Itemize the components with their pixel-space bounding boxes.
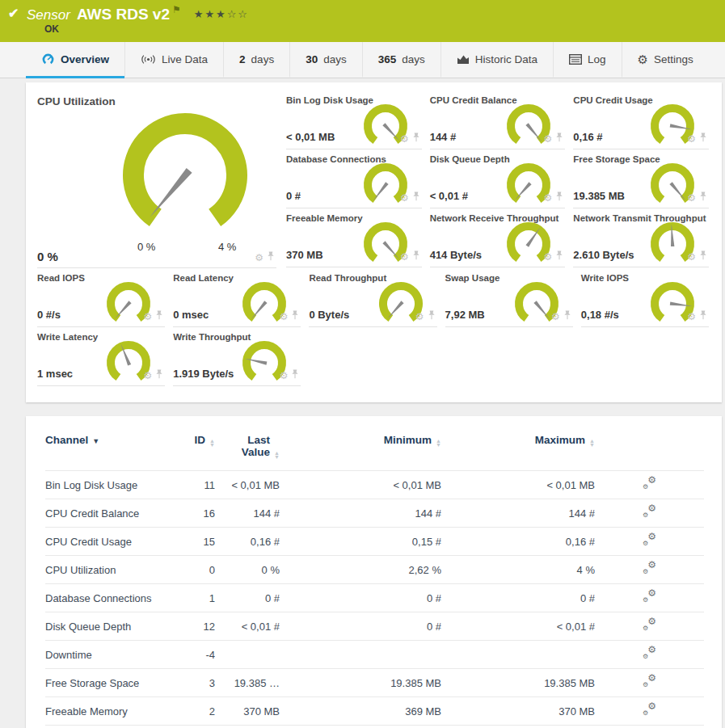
column-header-max[interactable]: Maximum▲▼	[441, 431, 595, 471]
cell-actions: ⚙⚙	[595, 556, 704, 584]
tab-overview[interactable]: Overview	[26, 42, 124, 78]
gauge-pin-button[interactable]	[563, 309, 571, 323]
gauge-pin-button[interactable]	[555, 249, 563, 263]
column-header-channel[interactable]: Channel▼	[45, 431, 171, 471]
cell-channel[interactable]: Network Receive Throu…	[45, 726, 171, 728]
gauge-settings-button[interactable]: ⚙	[280, 368, 289, 382]
gauge-pin-button[interactable]	[428, 309, 436, 323]
gauge-value: < 0,01 #	[430, 190, 468, 202]
cell-channel[interactable]: Free Storage Space	[45, 669, 171, 697]
gauge-pin-button[interactable]	[699, 131, 707, 145]
gauge-value: 0 Byte/s	[309, 309, 349, 321]
cell-channel[interactable]: Bin Log Disk Usage	[45, 471, 171, 499]
gauge-pin-button[interactable]	[155, 368, 163, 382]
cell-channel[interactable]: Freeable Memory	[45, 697, 171, 726]
tab-settings[interactable]: ⚙Settings	[622, 42, 709, 78]
gauge-settings-button[interactable]: ⚙	[544, 190, 553, 204]
flag-icon[interactable]: ⚑	[172, 4, 181, 15]
gauge-settings-button[interactable]: ⚙	[143, 309, 152, 323]
gauge-settings-button[interactable]: ⚙	[255, 250, 263, 264]
gauge-settings-gear-icon: ⚙	[143, 311, 152, 322]
log-icon	[569, 54, 582, 65]
gauge-needle	[516, 182, 532, 200]
cell-id: 12	[171, 612, 215, 641]
gauge-pin-button[interactable]	[699, 190, 707, 204]
gauge-settings-gear-icon: ⚙	[400, 133, 409, 145]
column-header-last[interactable]: Last Value▲▼	[215, 431, 280, 471]
gauge-pin-button[interactable]	[412, 190, 420, 204]
cell-channel[interactable]: CPU Utilization	[45, 556, 171, 584]
tab-historic-data[interactable]: Historic Data	[440, 42, 553, 78]
tab-365-days[interactable]: 365days	[362, 42, 440, 78]
gauge-pin-button[interactable]	[555, 131, 563, 145]
channel-table: Channel▼ID▲▼Last Value▲▼Minimum▲▼Maximum…	[45, 431, 704, 728]
tab-log[interactable]: Log	[553, 42, 622, 78]
gauge-settings-button[interactable]: ⚙	[400, 249, 409, 263]
channel-settings-button[interactable]: ⚙⚙	[643, 704, 656, 716]
tab-2-days[interactable]: 2days	[223, 42, 289, 78]
chart-icon	[457, 53, 470, 65]
gauge-settings-button[interactable]: ⚙	[143, 368, 152, 382]
channel-settings-button[interactable]: ⚙⚙	[643, 562, 656, 574]
gauge-settings-button[interactable]: ⚙	[687, 131, 696, 145]
tab-30-days[interactable]: 30days	[289, 42, 362, 78]
gauge-pin-button[interactable]	[291, 309, 299, 323]
cell-channel[interactable]: Disk Queue Depth	[45, 612, 171, 641]
cell-channel[interactable]: Database Connections	[45, 584, 171, 612]
gear-icon-small: ⚙	[643, 512, 648, 519]
tab-live-data[interactable]: Live Data	[124, 42, 223, 78]
gauge-settings-button[interactable]: ⚙	[400, 190, 409, 204]
gauge-settings-button[interactable]: ⚙	[551, 309, 560, 323]
cell-channel[interactable]: CPU Credit Balance	[45, 499, 171, 528]
gauge-needle	[373, 182, 388, 200]
channel-settings-button[interactable]: ⚙⚙	[643, 534, 656, 546]
gauge-settings-button[interactable]: ⚙	[544, 249, 553, 263]
gauge-pin-button[interactable]	[699, 309, 707, 323]
channel-settings-button[interactable]: ⚙⚙	[643, 647, 656, 659]
gauge-pin-button[interactable]	[412, 249, 420, 263]
gauge-settings-button[interactable]: ⚙	[400, 131, 409, 145]
gauge-title: Freeable Memory	[286, 213, 363, 223]
gauge-settings-button[interactable]: ⚙	[544, 131, 553, 145]
gauge-settings-gear-icon: ⚙	[400, 192, 409, 204]
cell-min: 2,62 %	[280, 556, 441, 584]
cell-min: 19.385 MB	[280, 669, 441, 697]
cell-id: 3	[171, 669, 215, 697]
column-label: Maximum	[535, 434, 585, 446]
gear-icon-small: ⚙	[643, 625, 648, 632]
gauge-title: Disk Queue Depth	[430, 154, 510, 164]
gauge-settings-button[interactable]: ⚙	[687, 249, 696, 263]
channel-settings-button[interactable]: ⚙⚙	[643, 591, 656, 603]
sort-icon: ▲▼	[274, 452, 280, 459]
gauge-settings-button[interactable]: ⚙	[687, 190, 696, 204]
tab-label: Historic Data	[475, 53, 537, 65]
gauges-panel: CPU Utilization 0 % 4 % 0 % ⚙ Bin Log Di…	[26, 82, 722, 402]
gear-icon: ⚙	[647, 701, 656, 711]
gauge-pin-button[interactable]	[699, 249, 707, 263]
cell-max: 370 MB	[441, 697, 595, 726]
gear-icon: ⚙	[647, 560, 656, 570]
column-header-id[interactable]: ID▲▼	[171, 431, 215, 471]
gauge-pin-button[interactable]	[291, 368, 299, 382]
gauge-pin-button[interactable]	[155, 309, 163, 323]
channel-settings-button[interactable]: ⚙⚙	[643, 478, 656, 490]
table-row-bin-log-disk-usage: Bin Log Disk Usage11< 0,01 MB< 0,01 MB< …	[45, 471, 704, 499]
cell-channel[interactable]: CPU Credit Usage	[45, 528, 171, 556]
gauge-pin-button[interactable]	[555, 190, 563, 204]
gauge-settings-button[interactable]: ⚙	[415, 309, 424, 323]
gauge-pin-button[interactable]	[267, 250, 275, 264]
gauge-settings-button[interactable]: ⚙	[687, 309, 696, 323]
gauge-pin-button[interactable]	[412, 131, 420, 145]
gauge-value: 7,92 MB	[445, 309, 485, 321]
channel-settings-button[interactable]: ⚙⚙	[643, 619, 656, 631]
cell-channel[interactable]: Downtime	[45, 641, 171, 669]
channel-settings-button[interactable]: ⚙⚙	[643, 675, 656, 688]
gauge-value: 19.385 MB	[573, 190, 625, 202]
column-header-min[interactable]: Minimum▲▼	[280, 431, 441, 471]
cell-actions: ⚙⚙	[595, 697, 704, 726]
channel-settings-button[interactable]: ⚙⚙	[643, 506, 656, 518]
gauge-settings-button[interactable]: ⚙	[280, 309, 289, 323]
pin-icon	[699, 191, 707, 201]
gear-icon: ⚙	[647, 673, 656, 683]
priority-stars[interactable]: ★★★☆☆	[194, 8, 249, 20]
